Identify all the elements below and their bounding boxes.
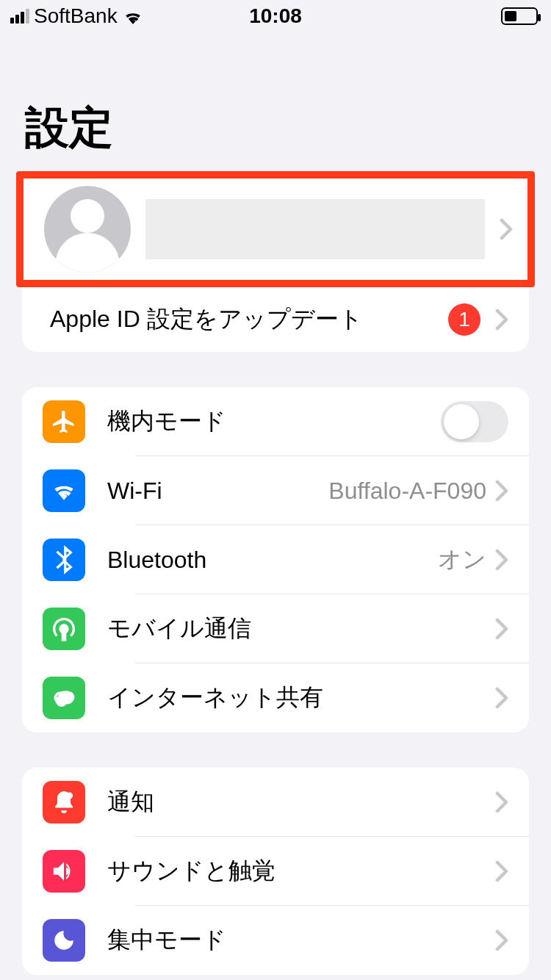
moon-icon [43,919,85,962]
wifi-label: Wi-Fi [107,478,328,505]
battery-icon [501,7,538,25]
chevron-right-icon [495,929,508,951]
profile-row[interactable] [16,171,535,287]
chevron-right-icon [495,480,508,502]
airplane-icon [43,400,85,443]
avatar-icon [44,186,131,273]
focus-row[interactable]: 集中モード [22,906,529,975]
chevron-right-icon [495,618,508,640]
bluetooth-icon [43,538,85,581]
bluetooth-row[interactable]: Bluetooth オン [22,525,529,594]
status-right [501,7,538,25]
cellular-label: モバイル通信 [107,613,495,645]
apple-id-update-group: Apple ID 設定をアップデート 1 [22,287,529,352]
airplane-label: 機内モード [107,406,441,438]
status-left: SoftBank [10,4,144,28]
chevron-right-icon [495,687,508,709]
wifi-icon [122,8,144,24]
page-title: 設定 [25,98,551,158]
cellular-signal-icon [10,9,29,24]
chevron-right-icon [495,860,508,882]
chevron-right-icon [495,791,508,813]
chevron-right-icon [495,549,508,571]
apple-id-update-label: Apple ID 設定をアップデート [50,303,448,336]
carrier-label: SoftBank [34,4,118,28]
cellular-icon [43,608,85,650]
sounds-row[interactable]: サウンドと触覚 [22,837,529,906]
wifi-value: Buffalo-A-F090 [328,478,486,505]
general-group: 通知 サウンドと触覚 集中モード [22,768,529,975]
profile-name-redacted [145,199,485,259]
hotspot-row[interactable]: インターネット共有 [22,663,529,732]
bluetooth-value: オン [438,544,486,576]
bell-icon [43,781,85,824]
focus-label: 集中モード [107,924,495,956]
speaker-icon [43,850,85,893]
notifications-row[interactable]: 通知 [22,768,529,837]
bluetooth-label: Bluetooth [107,547,438,574]
airplane-mode-row[interactable]: 機内モード [22,387,529,456]
hotspot-icon [43,677,85,719]
wifi-settings-icon [43,469,85,512]
apple-id-update-row[interactable]: Apple ID 設定をアップデート 1 [22,287,529,352]
connectivity-group: 機内モード Wi-Fi Buffalo-A-F090 Bluetooth オン … [22,387,529,732]
cellular-row[interactable]: モバイル通信 [22,594,529,663]
chevron-right-icon [495,309,508,331]
airplane-toggle[interactable] [441,401,508,442]
status-bar: SoftBank 10:08 [0,0,551,32]
notifications-label: 通知 [107,786,495,818]
clock: 10:08 [249,4,302,28]
wifi-row[interactable]: Wi-Fi Buffalo-A-F090 [22,456,529,525]
sounds-label: サウンドと触覚 [107,855,495,887]
chevron-right-icon [500,218,513,240]
svg-point-2 [66,793,73,799]
notification-badge: 1 [448,303,480,336]
hotspot-label: インターネット共有 [107,682,495,714]
